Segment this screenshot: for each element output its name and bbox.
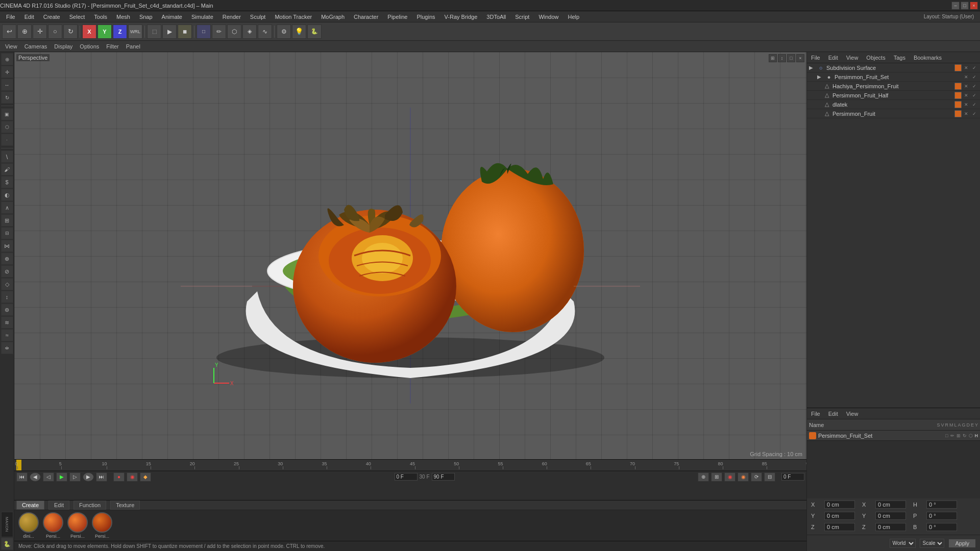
material-item-1[interactable]: dini...: [18, 512, 39, 539]
timeline-record[interactable]: ◉: [724, 472, 736, 482]
obj-row-hachiya[interactable]: △ Hachiya_Persimmon_Fruit ✕ ✓: [807, 82, 980, 91]
current-frame-input[interactable]: [781, 473, 804, 481]
menu-pipeline[interactable]: Pipeline: [383, 13, 411, 21]
yaxis-button[interactable]: Y: [97, 24, 112, 39]
next-frame-button[interactable]: ▷: [69, 472, 81, 482]
options-menu[interactable]: Options: [77, 42, 102, 51]
menu-create[interactable]: Create: [39, 13, 64, 21]
move-button[interactable]: ✛: [33, 24, 47, 39]
scale-button[interactable]: ○: [48, 24, 62, 39]
light-button[interactable]: 💡: [292, 24, 306, 39]
obj-header-edit[interactable]: Edit: [826, 55, 840, 61]
menu-animate[interactable]: Animate: [158, 13, 186, 21]
rotate-tool[interactable]: ↻: [1, 91, 13, 104]
play-button[interactable]: ▶: [56, 472, 67, 482]
panel-menu[interactable]: Panel: [123, 42, 143, 51]
obj-header-tags[interactable]: Tags: [892, 55, 908, 61]
obj-header-file[interactable]: File: [809, 55, 822, 61]
obj-header-bookmarks[interactable]: Bookmarks: [912, 55, 944, 61]
attr-action-6[interactable]: H: [975, 433, 978, 438]
coord-y-pos[interactable]: [824, 512, 855, 520]
paint-mode[interactable]: ⬡: [227, 24, 241, 39]
python-console[interactable]: 🐍: [1, 538, 13, 550]
record-button[interactable]: ●: [113, 472, 125, 482]
model-mode[interactable]: □: [197, 24, 211, 39]
tab-edit[interactable]: Edit: [48, 500, 69, 510]
key-all-button[interactable]: ◆: [140, 472, 151, 482]
menu-plugins[interactable]: Plugins: [412, 13, 439, 21]
obj-expand-subdivision[interactable]: ▶: [809, 65, 815, 70]
obj-check-fruit-set[interactable]: ✓: [971, 73, 978, 81]
weld-tool[interactable]: ⊕: [1, 253, 13, 265]
obj-row-dlatek[interactable]: △ dlatek ✕ ✓: [807, 100, 980, 109]
world-button[interactable]: WRL: [128, 24, 142, 39]
zaxis-button[interactable]: Z: [113, 24, 127, 39]
display-menu[interactable]: Display: [51, 42, 76, 51]
coord-world-select[interactable]: World Local Object: [890, 539, 916, 548]
auto-key-button[interactable]: ◉: [127, 472, 138, 482]
menu-3dtoall[interactable]: 3DToAll: [482, 13, 510, 21]
obj-vis-fruit[interactable]: ✕: [963, 110, 970, 117]
maxon-logo-btn[interactable]: MAXON: [1, 512, 13, 537]
coord-scale-select[interactable]: Scale Size: [920, 539, 944, 548]
obj-header-objects[interactable]: Objects: [864, 55, 887, 61]
tab-create[interactable]: Create: [16, 500, 44, 510]
apply-button[interactable]: Apply: [948, 539, 976, 548]
deform-tool[interactable]: ≋: [1, 316, 13, 329]
obj-vis-dlatek[interactable]: ✕: [963, 101, 970, 108]
obj-row-fruit[interactable]: △ Persimmon_Fruit ✕ ✓: [807, 109, 980, 118]
smooth-tool[interactable]: ≈: [1, 329, 13, 341]
menu-tools[interactable]: Tools: [90, 13, 111, 21]
prev-keyframe-button[interactable]: ◀: [30, 472, 41, 482]
obj-row-subdivision[interactable]: ▶ ○ Subdivision Surface ✕ ✓: [807, 63, 980, 72]
vp-ctrl-layout[interactable]: □: [787, 54, 795, 62]
bevel-tool[interactable]: ◇: [1, 278, 13, 290]
vp-ctrl-close[interactable]: ×: [796, 54, 804, 62]
coord-h-rot[interactable]: [926, 500, 957, 509]
menu-script[interactable]: Script: [511, 13, 533, 21]
polygon-mode[interactable]: ▣: [1, 108, 13, 120]
attr-header-file[interactable]: File: [809, 411, 822, 417]
attr-action-3[interactable]: ⊞: [957, 433, 961, 438]
render-region-button[interactable]: ⬚: [147, 24, 161, 39]
close-button[interactable]: ×: [970, 2, 978, 10]
menu-vray[interactable]: V-Ray Bridge: [440, 13, 482, 21]
menu-character[interactable]: Character: [350, 13, 382, 21]
timeline-layout[interactable]: ⊟: [764, 472, 775, 482]
timeline-options[interactable]: ⊞: [711, 472, 722, 482]
menu-motion-tracker[interactable]: Motion Tracker: [271, 13, 316, 21]
timeline-add-key[interactable]: ⊕: [698, 472, 709, 482]
obj-check-fruit[interactable]: ✓: [971, 110, 978, 117]
material-item-3[interactable]: Persi...: [67, 512, 88, 539]
material-item-4[interactable]: Persi...: [92, 512, 112, 539]
timeline-loop[interactable]: ⟳: [751, 472, 762, 482]
coord-z-pos[interactable]: [824, 523, 855, 531]
render-view-button[interactable]: ▶: [162, 24, 177, 39]
coord-z-size[interactable]: [875, 523, 906, 531]
start-frame-input[interactable]: [395, 473, 418, 481]
edit-mode[interactable]: ✏: [212, 24, 226, 39]
cameras-menu[interactable]: Cameras: [21, 42, 51, 51]
render-button[interactable]: ◼: [178, 24, 192, 39]
end-frame-input[interactable]: [432, 473, 455, 481]
paint-tool[interactable]: $: [1, 176, 13, 188]
menu-window[interactable]: Window: [534, 13, 562, 21]
attr-action-4[interactable]: ↻: [963, 433, 967, 438]
knife-tool[interactable]: ∧: [1, 202, 13, 214]
live-select-button[interactable]: ⊕: [17, 24, 32, 39]
sculpt-tool[interactable]: ◐: [1, 189, 13, 201]
obj-vis-half[interactable]: ✕: [963, 92, 970, 99]
maximize-button[interactable]: □: [961, 2, 969, 10]
rotate-button[interactable]: ↻: [63, 24, 78, 39]
obj-row-fruit-set[interactable]: ▶ ● Persimmon_Fruit_Set ✕ ✓: [807, 72, 980, 82]
move-tool[interactable]: ✛: [1, 66, 13, 78]
vp-ctrl-maximize[interactable]: ⊞: [769, 54, 777, 62]
point-mode[interactable]: ·: [1, 134, 13, 146]
bridge-tool[interactable]: ⋈: [1, 240, 13, 252]
magnet-tool[interactable]: ⊛: [1, 304, 13, 316]
menu-help[interactable]: Help: [564, 13, 584, 21]
attr-selected-row[interactable]: Persimmon_Fruit_Set □ ✏ ⊞ ↻ ⬡ H: [807, 431, 980, 441]
frame-end-button[interactable]: ⏭: [96, 472, 107, 482]
timeline-auto[interactable]: ◉: [738, 472, 749, 482]
obj-vis-hachiya[interactable]: ✕: [963, 83, 970, 90]
